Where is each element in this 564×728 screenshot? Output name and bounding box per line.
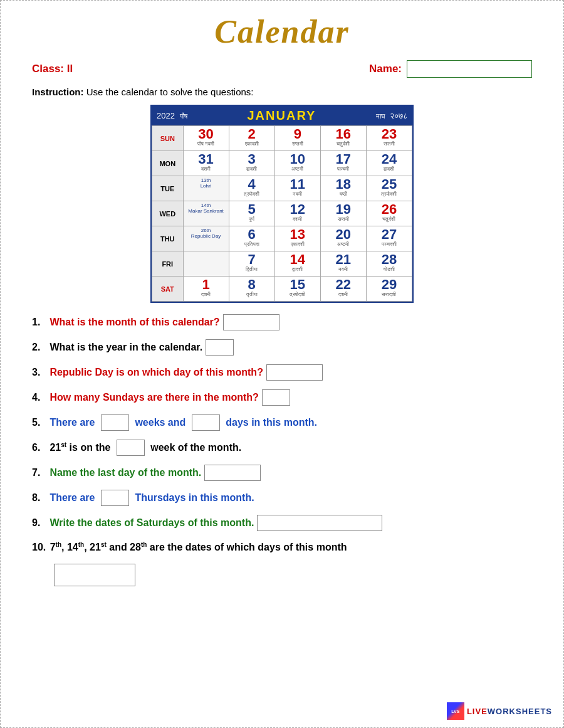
cal-cell: 15त्रयोदशी (274, 277, 320, 302)
question-7: 7. Name the last day of the month. (32, 465, 532, 481)
cal-cell: 19सप्तमी (320, 201, 366, 226)
q2-text: What is the year in the calendar. (47, 340, 202, 355)
cal-cell: 6प्रतिपदा (229, 226, 274, 251)
cal-cell: 1दशमी (183, 277, 229, 302)
q9-answer[interactable] (257, 515, 382, 531)
cal-cell: 10अष्टमी (274, 151, 320, 176)
cal-cell: 12दशमी (274, 201, 320, 226)
question-8: 8. There are Thursdays in this month. (32, 490, 532, 506)
instruction-row: Instruction: Use the calendar to solve t… (32, 87, 532, 97)
q6-text-1: 21st is on the (47, 440, 113, 455)
q8-text-2: Thursdays in this month. (132, 490, 254, 505)
cal-cell-empty: 14thMakar Sankrant (183, 201, 229, 226)
q10-answer[interactable] (54, 564, 135, 586)
q6-answer[interactable] (117, 440, 145, 456)
question-6: 6. 21st is on the week of the month. (32, 440, 532, 456)
q5-text-1: There are (47, 415, 98, 430)
cal-row-fri: FRI 7द्वितीया 14द्वादशी 21नवमी 28षोडशी (152, 251, 412, 277)
cal-cell: 4त्रयोदशी (229, 176, 274, 201)
cal-cell: 26चतुर्दशी (366, 201, 412, 226)
cal-cell: 14द्वादशी (274, 251, 320, 277)
cal-row-tue: TUE 13thLohri 4त्रयोदशी 11नवमी 18षष्ठी 2… (152, 176, 412, 201)
day-header-tue: TUE (152, 176, 184, 201)
q1-text: What is the month of this calendar? (47, 315, 220, 330)
cal-cell-empty (183, 251, 229, 277)
cal-row-sat: SAT 1दशमी 8तृतीया 15त्रयोदशी 22दशमी 29सप… (152, 277, 412, 302)
q4-answer[interactable] (262, 389, 290, 406)
cal-cell: 18षष्ठी (320, 176, 366, 201)
cal-cell: 29सप्तदशी (366, 277, 412, 302)
cal-year-right: माघ २०७८ (376, 111, 407, 121)
q8-answer[interactable] (101, 490, 129, 506)
question-2: 2. What is the year in the calendar. (32, 339, 532, 356)
lws-cube-icon: LVS (447, 702, 464, 720)
cal-cell: 17पञ्चमी (320, 151, 366, 176)
q9-num: 9. (32, 515, 46, 530)
cal-cell: 9सप्तमी (274, 126, 320, 151)
cal-cell: 20अष्टमी (320, 226, 366, 251)
cal-cell: 8तृतीया (229, 277, 274, 302)
cal-day-header-row: SUN 30पौष नवमी 2एकादशी 9सप्तमी 16चतुर्दश… (152, 126, 412, 151)
q7-text: Name the last day of the month. (47, 465, 201, 480)
q9-text: Write the dates of Saturdays of this mon… (47, 515, 254, 530)
cal-cell: 2एकादशी (229, 126, 274, 151)
cal-cell: 21नवमी (320, 251, 366, 277)
cal-cell-empty: 13thLohri (183, 176, 229, 201)
cal-cell: 3द्वादशी (229, 151, 274, 176)
day-header-sat: SAT (152, 277, 184, 302)
page-title: Calendar (32, 13, 532, 50)
day-header-wed: WED (152, 201, 184, 226)
q3-text: Republic Day is on which day of this mon… (47, 365, 263, 380)
q3-answer[interactable] (266, 364, 323, 381)
q2-num: 2. (32, 340, 46, 355)
name-label: Name: (369, 63, 402, 75)
q8-num: 8. (32, 490, 46, 505)
question-3: 3. Republic Day is on which day of this … (32, 364, 532, 381)
questions-section: 1. What is the month of this calendar? 2… (32, 314, 532, 586)
cal-cell: 5पूर्ण (229, 201, 274, 226)
cal-cell: 13एकादशी (274, 226, 320, 251)
cal-cell: 25त्रयोदशी (366, 176, 412, 201)
instruction-bold: Instruction: (32, 87, 84, 97)
footer: LVS LIVEWORKSHEETS (447, 702, 552, 720)
cal-year-left: 2022 पौष (157, 111, 187, 120)
name-input[interactable] (407, 60, 532, 78)
q8-text-1: There are (47, 490, 98, 505)
q1-answer[interactable] (223, 314, 279, 330)
q3-num: 3. (32, 365, 46, 380)
question-10-answer-row (51, 564, 532, 586)
q4-num: 4. (32, 390, 46, 405)
cal-cell: 22दशमी (320, 277, 366, 302)
q10-text: 7th, 14th, 21st and 28th are the dates o… (47, 540, 347, 555)
q7-answer[interactable] (204, 465, 261, 481)
cal-cell: 30पौष नवमी (183, 126, 229, 151)
q7-num: 7. (32, 465, 46, 480)
q5-text-3: days in this month. (223, 415, 317, 430)
cal-row-thu: THU 26thRepublic Day 6प्रतिपदा 13एकादशी … (152, 226, 412, 251)
q5-answer-1[interactable] (101, 414, 129, 431)
cal-cell: 31दशमी (183, 151, 229, 176)
q2-answer[interactable] (206, 339, 234, 356)
day-header-fri: FRI (152, 251, 184, 277)
cal-cell: 24द्वादशी (366, 151, 412, 176)
day-header-sun: SUN (152, 126, 184, 151)
calendar-container: 2022 पौष JANUARY माघ २०७८ SUN 30पौष नवमी… (32, 105, 532, 303)
cal-cell: 11नवमी (274, 176, 320, 201)
question-5: 5. There are weeks and days in this mont… (32, 414, 532, 431)
cal-row-mon: MON 31दशमी 3द्वादशी 10अष्टमी 17पञ्चमी 24… (152, 151, 412, 176)
cal-row-wed: WED 14thMakar Sankrant 5पूर्ण 12दशमी 19स… (152, 201, 412, 226)
cal-cell: 28षोडशी (366, 251, 412, 277)
q6-num: 6. (32, 440, 46, 455)
header-row: Class: II Name: (32, 60, 532, 78)
q5-answer-2[interactable] (192, 414, 220, 431)
question-9: 9. Write the dates of Saturdays of this … (32, 515, 532, 531)
question-10: 10. 7th, 14th, 21st and 28th are the dat… (32, 540, 532, 555)
lws-text: LIVEWORKSHEETS (467, 707, 552, 716)
cal-cell-empty: 26thRepublic Day (183, 226, 229, 251)
q5-num: 5. (32, 415, 46, 430)
name-section: Name: (369, 60, 532, 78)
calendar-table: SUN 30पौष नवमी 2एकादशी 9सप्तमी 16चतुर्दश… (152, 125, 412, 302)
liveworksheets-logo: LVS LIVEWORKSHEETS (447, 702, 552, 720)
q10-num: 10. (32, 540, 46, 555)
question-4: 4. How many Sundays are there in the mon… (32, 389, 532, 406)
